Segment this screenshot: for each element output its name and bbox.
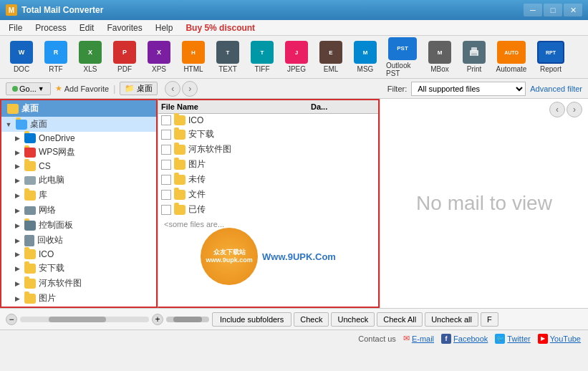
preview-nav-back[interactable]: ‹ [549, 102, 565, 117]
toolbar-automate-button[interactable]: AUTO Automate [493, 39, 530, 75]
tree-item-unsent[interactable]: ▶ 未传 [1, 306, 156, 308]
file-row-images[interactable]: 图片 [158, 157, 378, 172]
arrow-icon: ▶ [13, 176, 21, 185]
tree-item-library[interactable]: ▶ 库 [1, 188, 156, 203]
file-checkbox-aninstall[interactable] [161, 130, 171, 140]
toolbar-eml-button[interactable]: E EML [315, 39, 347, 75]
facebook-icon: f [441, 334, 451, 344]
file-folder-icon [174, 205, 185, 215]
zoom-plus-button[interactable]: + [152, 314, 163, 325]
nav-fwd-button[interactable]: › [182, 81, 198, 97]
file-row-files[interactable]: 文件 [158, 187, 378, 202]
toolbar-xls-button[interactable]: X XLS [74, 39, 106, 75]
menu-edit[interactable]: Edit [74, 21, 100, 34]
check-all-button[interactable]: Check All [377, 312, 423, 327]
file-scrollbar-area [166, 317, 209, 322]
file-row-hedong[interactable]: 河东软件图 [158, 142, 378, 157]
toolbar-html-button[interactable]: H HTML [178, 39, 209, 75]
content-area: 桌面 ▼ 桌面 ▶ OneDrive ▶ WPS网盘 ▶ CS ▶ 此电脑 [0, 99, 588, 308]
nav-back-button[interactable]: ‹ [165, 81, 180, 97]
file-checkbox-ico[interactable] [161, 115, 171, 125]
tree-item-hedong[interactable]: ▶ 河东软件图 [1, 276, 156, 291]
tree-item-wps[interactable]: ▶ WPS网盘 [1, 145, 156, 160]
tree-item-control[interactable]: ▶ 控制面板 [1, 218, 156, 233]
file-folder-icon [174, 160, 185, 170]
file-checkbox-hedong[interactable] [161, 145, 171, 155]
file-checkbox-files[interactable] [161, 190, 171, 200]
toolbar-tiff-button[interactable]: T TIFF [246, 39, 278, 75]
zoom-minus-button[interactable]: − [6, 314, 17, 325]
advanced-filter-button[interactable]: Advanced filter [530, 85, 582, 93]
tree-item-network[interactable]: ▶ 网络 [1, 203, 156, 218]
zoom-slider-track [20, 317, 149, 322]
youtube-social[interactable]: ▶ YouTube [538, 334, 581, 344]
menu-favorites[interactable]: Favorites [101, 21, 148, 34]
toolbar-pdf-button[interactable]: P PDF [109, 39, 140, 75]
toolbar-pst-button[interactable]: PST Outlook PST [384, 35, 421, 80]
maximize-button[interactable]: □ [544, 4, 562, 16]
menu-help[interactable]: Help [150, 21, 179, 34]
uncheck-all-button[interactable]: Uncheck all [425, 312, 478, 327]
filter-select[interactable]: All supported files [411, 82, 526, 96]
file-checkbox-sent[interactable] [161, 205, 171, 215]
add-favorite-button[interactable]: ★ Add Favorite [55, 84, 109, 93]
no-mail-text: No mail to view [416, 192, 552, 215]
toolbar-doc-button[interactable]: W DOC [6, 39, 37, 75]
network-icon [24, 206, 36, 215]
eml-icon: E [319, 41, 342, 64]
facebook-social[interactable]: f Facebook [441, 334, 488, 344]
msg-icon: M [354, 41, 377, 64]
arrow-icon: ▶ [13, 264, 21, 273]
tree-item-computer[interactable]: ▶ 此电脑 [1, 173, 156, 188]
menu-process[interactable]: Process [29, 21, 72, 34]
arrow-icon: ▶ [13, 221, 21, 230]
tree-item-cs[interactable]: ▶ CS [1, 160, 156, 173]
file-folder-icon [174, 145, 185, 155]
f-button[interactable]: F [481, 312, 498, 327]
toolbar-print-button[interactable]: Print [458, 39, 490, 75]
toolbar-rtf-button[interactable]: R RTF [40, 39, 72, 75]
toolbar-msg-button[interactable]: M MSG [350, 39, 381, 75]
toolbar-xps-button[interactable]: X XPS [143, 39, 175, 75]
desktop-folder-icon: 📁 [125, 84, 135, 93]
menu-buy[interactable]: Buy 5% discount [180, 21, 261, 34]
tree-item-ico[interactable]: ▶ ICO [1, 248, 156, 261]
minimize-button[interactable]: ─ [524, 4, 542, 16]
menu-file[interactable]: File [3, 21, 28, 34]
recycle-icon [24, 235, 34, 246]
file-row-ico[interactable]: ICO [158, 114, 378, 127]
toolbar-jpeg-button[interactable]: J JPEG [281, 39, 312, 75]
file-checkbox-unsent[interactable] [161, 175, 171, 185]
toolbar-text-button[interactable]: T TEXT [212, 39, 244, 75]
tree-item-onedrive[interactable]: ▶ OneDrive [1, 132, 156, 145]
arrow-icon: ▶ [13, 148, 21, 157]
print-icon [463, 41, 486, 64]
uncheck-button[interactable]: Uncheck [331, 312, 375, 327]
tree-item-aninstall[interactable]: ▶ 安下载 [1, 261, 156, 276]
email-social[interactable]: ✉ E-mail [403, 334, 434, 343]
toolbar-mbox-button[interactable]: M MBox [424, 39, 456, 75]
zoom-thumb [49, 317, 106, 322]
title-left: M Total Mail Converter [6, 4, 103, 16]
preview-nav-fwd[interactable]: › [567, 102, 582, 117]
file-row-aninstall[interactable]: 安下载 [158, 127, 378, 142]
toolbar-report-button[interactable]: RPT Report [533, 39, 569, 75]
check-button[interactable]: Check [294, 312, 329, 327]
tree-item-desktop[interactable]: ▼ 桌面 [1, 117, 156, 132]
tree-item-recycle[interactable]: ▶ 回收站 [1, 233, 156, 248]
pst-icon: PST [388, 37, 417, 60]
file-row-unsent[interactable]: 未传 [158, 172, 378, 187]
go-button[interactable]: Go... ▼ [6, 82, 51, 95]
preview-panel: ‹ › No mail to view [380, 99, 588, 308]
text-icon: T [216, 41, 239, 64]
twitter-social[interactable]: 🐦 Twitter [495, 334, 530, 344]
file-checkbox-images[interactable] [161, 160, 171, 170]
window-controls: ─ □ ✕ [524, 4, 582, 16]
tree-item-images[interactable]: ▶ 图片 [1, 291, 156, 306]
arrow-icon: ▶ [13, 294, 21, 303]
include-subfolders-button[interactable]: Include subfolders [212, 312, 291, 327]
library-icon [24, 191, 36, 201]
file-row-sent[interactable]: 已传 [158, 202, 378, 217]
svg-rect-3 [471, 53, 477, 56]
close-button[interactable]: ✕ [564, 4, 582, 16]
